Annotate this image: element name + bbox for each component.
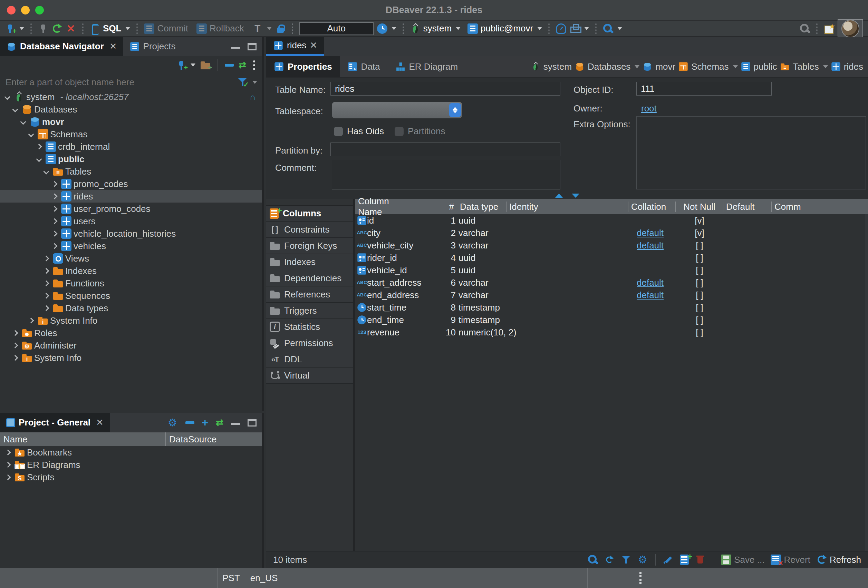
- connection-selector[interactable]: system: [410, 23, 461, 34]
- collapse-all-icon[interactable]: [225, 64, 234, 66]
- side-tab-columns[interactable]: Columns: [266, 205, 353, 221]
- header-collation[interactable]: Collation: [628, 202, 676, 212]
- object-filter-input[interactable]: [5, 77, 234, 88]
- breadcrumb-databases[interactable]: Databases: [574, 62, 639, 72]
- tree-item-system-info-db[interactable]: iSystem Info: [0, 314, 262, 327]
- side-tab-virtual[interactable]: Virtual: [266, 367, 353, 384]
- header-identity[interactable]: Identity: [506, 202, 628, 212]
- owner-link[interactable]: root: [641, 103, 657, 114]
- chevron-right-icon[interactable]: [11, 329, 20, 337]
- breadcrumb-tables[interactable]: ≡Tables: [779, 62, 828, 72]
- chevron-right-icon[interactable]: [42, 267, 51, 276]
- comment-textarea[interactable]: [332, 160, 560, 189]
- rollback-button[interactable]: Rollback: [196, 23, 244, 34]
- side-tab-indexes[interactable]: Indexes: [266, 254, 353, 270]
- status-locale[interactable]: en_US: [245, 568, 283, 588]
- chevron-right-icon[interactable]: [11, 341, 20, 350]
- new-connection-button[interactable]: +: [5, 24, 24, 34]
- tablespace-select[interactable]: [332, 102, 462, 118]
- chevron-down-icon[interactable]: [27, 130, 35, 139]
- side-tab-permissions[interactable]: Permissions: [266, 335, 353, 351]
- chevron-right-icon[interactable]: [27, 316, 35, 325]
- header-not-null[interactable]: Not Null: [676, 202, 723, 212]
- cell-collation[interactable]: default: [637, 277, 664, 288]
- cell-collation[interactable]: default: [637, 228, 664, 239]
- link-editor-icon[interactable]: ⇄: [239, 60, 246, 71]
- reconnect-icon[interactable]: [52, 24, 62, 34]
- auto-commit-combo[interactable]: Auto: [299, 22, 373, 35]
- header-comment[interactable]: Comm: [772, 202, 868, 212]
- save-button[interactable]: Save ...: [721, 554, 765, 565]
- chevron-right-icon[interactable]: [50, 204, 59, 213]
- partition-by-input[interactable]: [331, 143, 560, 156]
- tree-item-sequences[interactable]: Sequences: [0, 289, 262, 302]
- side-tab-ddl[interactable]: ‹›TDDL: [266, 351, 353, 367]
- new-window-icon[interactable]: [824, 24, 834, 34]
- grid-row-end_address[interactable]: ABCend_address7varchardefault[ ]: [355, 289, 868, 301]
- chevron-right-icon[interactable]: [50, 192, 59, 201]
- grid-row-start_address[interactable]: ABCstart_address6varchardefault[ ]: [355, 276, 868, 289]
- tree-item-tables[interactable]: ≡Tables: [0, 165, 262, 178]
- header-number[interactable]: #: [408, 202, 457, 212]
- gear-icon[interactable]: ⚙: [167, 417, 178, 428]
- grid-filter-icon[interactable]: [621, 554, 631, 565]
- side-tab-references[interactable]: References: [266, 286, 353, 303]
- tree-item-views[interactable]: Views: [0, 252, 262, 265]
- chevron-down-icon[interactable]: [19, 117, 28, 126]
- cell-collation[interactable]: default: [637, 240, 664, 251]
- grid-row-id[interactable]: id1uuid[v]: [355, 214, 868, 227]
- grid-row-vehicle_city[interactable]: ABCvehicle_city3varchardefault[ ]: [355, 239, 868, 252]
- tree-item-databases[interactable]: Databases: [0, 103, 262, 116]
- breadcrumb-system[interactable]: system: [530, 62, 572, 72]
- minimize-panel-icon[interactable]: [231, 47, 240, 49]
- tree-item-vehicles[interactable]: vehicles: [0, 240, 262, 252]
- grid-settings-icon[interactable]: ⚙: [637, 554, 648, 565]
- collapse-all-icon[interactable]: [185, 421, 194, 424]
- add-column-icon[interactable]: [680, 554, 689, 565]
- minimize-panel-icon[interactable]: [231, 423, 240, 425]
- extra-options-box[interactable]: [636, 116, 866, 189]
- grid-row-city[interactable]: ABCcity2varchardefault[v]: [355, 227, 868, 239]
- breadcrumb-schemas[interactable]: Schemas: [678, 62, 738, 72]
- filter-menu-caret[interactable]: [252, 81, 257, 84]
- status-timezone[interactable]: PST: [217, 568, 245, 588]
- packages-button[interactable]: [570, 24, 589, 34]
- chevron-down-icon[interactable]: [34, 155, 43, 164]
- chevron-right-icon[interactable]: [50, 229, 59, 238]
- delete-icon[interactable]: [695, 554, 706, 565]
- chevron-right-icon[interactable]: [3, 448, 12, 457]
- tree-item-roles[interactable]: ☻Roles: [0, 327, 262, 339]
- tab-properties[interactable]: Properties: [266, 56, 340, 77]
- maximize-panel-icon[interactable]: [248, 43, 257, 50]
- revert-button[interactable]: Revert: [771, 554, 810, 565]
- lock-icon[interactable]: [275, 24, 285, 34]
- header-default[interactable]: Default: [723, 202, 772, 212]
- partitions-checkbox[interactable]: Partitions: [395, 126, 445, 137]
- grid-row-end_time[interactable]: end_time9timestamp[ ]: [355, 314, 868, 326]
- grid-row-rider_id[interactable]: rider_id4uuid[ ]: [355, 252, 868, 264]
- tree-item-public[interactable]: public: [0, 153, 262, 165]
- status-grip-icon[interactable]: [639, 572, 642, 584]
- tab-database-navigator[interactable]: Database Navigator ✕: [0, 37, 123, 56]
- project-item-bookmarks[interactable]: ★Bookmarks: [0, 446, 262, 458]
- project-item-scripts[interactable]: SScripts: [0, 471, 262, 483]
- chevron-down-icon[interactable]: [11, 105, 20, 114]
- maximize-panel-icon[interactable]: [248, 419, 257, 426]
- chevron-right-icon[interactable]: [3, 473, 12, 482]
- project-item-er-diagrams[interactable]: ▣▣ER Diagrams: [0, 458, 262, 471]
- chevron-right-icon[interactable]: [11, 353, 20, 363]
- new-folder-button[interactable]: +: [200, 60, 211, 71]
- chevron-right-icon[interactable]: [42, 304, 51, 312]
- chevron-right-icon[interactable]: [34, 142, 43, 151]
- tab-project-general[interactable]: Project - General ✕: [0, 413, 110, 432]
- refresh-button[interactable]: Refresh: [816, 554, 861, 565]
- tree-item-crdb-internal[interactable]: crdb_internal: [0, 140, 262, 153]
- cell-collation[interactable]: default: [637, 290, 664, 301]
- chevron-down-icon[interactable]: [42, 167, 51, 176]
- table-name-input[interactable]: rides: [331, 82, 560, 96]
- dashboard-icon[interactable]: [556, 24, 566, 34]
- collapse-down-icon[interactable]: [572, 194, 579, 198]
- chevron-down-icon[interactable]: [3, 93, 12, 102]
- tree-item-schemas[interactable]: Schemas: [0, 128, 262, 140]
- breadcrumb-public[interactable]: public: [741, 62, 777, 72]
